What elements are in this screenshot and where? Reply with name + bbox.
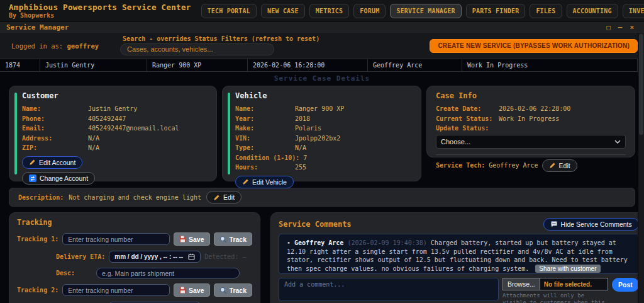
tracking-title: Tracking: [17, 218, 252, 227]
tracking-2-row: Tracking 2: Save Track: [17, 283, 252, 297]
search-input[interactable]: [120, 43, 274, 55]
attachment-area: Browse... No file selected. Attachments …: [502, 278, 608, 303]
pencil-icon: [549, 162, 556, 169]
swap-icon: [29, 174, 36, 182]
browse-button[interactable]: Browse...: [503, 278, 540, 290]
attachment-note: Attachments will only be visible to cust…: [502, 292, 608, 303]
case-vehicle-cell: Ranger 900 XP: [147, 59, 248, 71]
share-with-customer-button[interactable]: Share with customer: [535, 265, 600, 273]
create-new-service-button[interactable]: CREATE NEW SERVICE (BYPASSES WORK AUTHOR…: [430, 39, 638, 53]
description-label: Description:: [18, 194, 64, 201]
customer-field-row: Address:N/A: [22, 134, 209, 144]
tracking-2-save-button[interactable]: Save: [174, 283, 210, 297]
tracking-2-track-button[interactable]: Track: [214, 283, 252, 297]
nav-accounting[interactable]: ACCOUNTING: [567, 4, 618, 18]
service-manager-window: Amphibious Powersports Service Center By…: [0, 0, 644, 303]
case-table-row[interactable]: 1874 Justin Gentry Ranger 900 XP 2026-02…: [0, 59, 638, 72]
vertical-scrollbar[interactable]: [638, 33, 644, 303]
vehicle-field-row: Year:2018: [235, 114, 413, 124]
customer-accent-bar: [14, 93, 17, 174]
edit-description-button[interactable]: Edit: [206, 191, 242, 203]
customer-field-row: Email:4052492447@noemail.local: [22, 123, 209, 134]
app-subtitle: By Shopwerks: [9, 12, 191, 19]
customer-field-row: Name:Justin Gentry: [22, 104, 209, 114]
nav-tech-portal[interactable]: TECH PORTAL: [201, 4, 257, 18]
search-icon: [219, 287, 227, 294]
vehicle-field-row: Type:N/A: [235, 143, 413, 153]
tracking-2-input[interactable]: [62, 284, 170, 296]
nav-parts-finder[interactable]: PARTS FINDER: [466, 4, 526, 18]
vehicle-field-row: Name:Ranger 900 XP: [235, 104, 413, 114]
pencil-icon: [213, 194, 220, 201]
chat-bubble-icon: [550, 220, 558, 228]
save-icon: [179, 236, 186, 243]
tracking-1-input[interactable]: [62, 233, 170, 245]
customer-field-row: ZIP:N/A: [22, 143, 209, 153]
comments-header: Service Comments Hide Service Comments: [279, 218, 639, 231]
case-info-field-row: Create Date:2026-02-06 22:28:00: [436, 104, 626, 114]
vehicle-field-row: VIN:Jpolpp202bx2: [235, 134, 413, 144]
minimize-icon[interactable]: –: [618, 24, 623, 31]
nav-metrics[interactable]: METRICS: [309, 4, 350, 18]
bottom-row: Tracking Tracking 1: Save Track Delivery…: [9, 212, 635, 303]
description-value: Not charging and check engine light: [69, 194, 201, 201]
nav-inventory[interactable]: INVENTORY: [623, 4, 644, 18]
calendar-icon: [188, 253, 195, 260]
maximize-icon[interactable]: □: [606, 24, 611, 31]
vehicle-accent-bar: [228, 93, 230, 174]
hide-comments-button[interactable]: Hide Service Comments: [543, 218, 639, 231]
edit-vehicle-button[interactable]: Edit Vehicle: [235, 176, 294, 188]
comments-list: • Geoffrey Arce (2026-02-09 19:40:38) Ch…: [279, 234, 639, 274]
service-tech-row: Service Tech: Geoffrey Arce Edit: [436, 159, 626, 172]
case-tech-cell: Geoffrey Arce: [368, 59, 462, 71]
app-title: Amphibious Powersports Service Center: [9, 3, 191, 12]
brand: Amphibious Powersports Service Center By…: [9, 3, 191, 19]
main-nav: TECH PORTAL NEW CASE METRICS FORUM SERVI…: [201, 4, 644, 18]
vehicle-field-row: Condition (1-10):7: [235, 153, 413, 163]
customer-panel-title: Customer: [22, 91, 209, 100]
search-area: Search - overrides Status Filters (refre…: [120, 37, 319, 55]
logged-in-label: Logged in as: geoffrey: [11, 42, 99, 50]
comment-input[interactable]: [279, 278, 499, 301]
nav-files[interactable]: FILES: [530, 4, 562, 18]
nav-new-case[interactable]: NEW CASE: [261, 4, 305, 18]
pencil-icon: [29, 159, 36, 166]
update-status-label: Update Status:: [436, 123, 626, 134]
status-select[interactable]: Choose...: [436, 135, 626, 149]
tracking-panel: Tracking Tracking 1: Save Track Delivery…: [9, 212, 260, 303]
nav-service-manager[interactable]: SERVICE MANAGER: [390, 4, 461, 18]
tracking-1-desc-row: Desc:: [56, 268, 252, 278]
tracking-1-save-button[interactable]: Save: [174, 232, 210, 246]
nav-forum[interactable]: FORUM: [353, 4, 386, 18]
change-account-button[interactable]: Change Account: [22, 172, 95, 185]
case-customer-cell: Justin Gentry: [40, 59, 147, 71]
section-title: Service Case Details: [0, 72, 644, 84]
comment-item: • Geoffrey Arce (2026-02-09 19:40:38) Ch…: [287, 239, 631, 273]
edit-account-button[interactable]: Edit Account: [22, 156, 82, 169]
case-date-cell: 2026-02-06 16:28:00: [248, 59, 368, 71]
page-title: Service Manager: [6, 23, 69, 31]
tracking-1-row: Tracking 1: Save Track: [17, 232, 252, 246]
toolbar: Logged in as: geoffrey Search - override…: [0, 32, 644, 59]
comment-timestamp: (2026-02-09 19:40:38): [347, 239, 426, 246]
tracking-1-track-button[interactable]: Track: [214, 232, 252, 246]
post-button[interactable]: Post: [612, 278, 639, 292]
comments-title: Service Comments: [279, 220, 352, 229]
file-input[interactable]: Browse... No file selected.: [502, 278, 608, 290]
vehicle-field-row: Hours:255: [235, 163, 413, 173]
tracking-1-desc-input[interactable]: [96, 268, 240, 278]
comment-author: Geoffrey Arce: [294, 239, 343, 246]
divider: [436, 154, 626, 155]
case-info-panel: Case Info Create Date:2026-02-06 22:28:0…: [426, 86, 635, 157]
tracking-1-eta-input[interactable]: mm / dd / yyyy , -- : -- --: [109, 251, 201, 263]
titlebar: Service Manager □ – ×: [0, 21, 644, 32]
case-info-panel-title: Case Info: [436, 91, 626, 100]
customer-panel: Customer Name:Justin Gentry Phone:405249…: [9, 86, 217, 181]
scrollbar-thumb[interactable]: [639, 34, 643, 135]
case-id-cell: 1874: [0, 59, 40, 71]
logged-in-user: geoffrey: [67, 42, 99, 50]
customer-field-row: Phone:4052492447: [22, 114, 209, 124]
close-icon[interactable]: ×: [630, 24, 634, 31]
service-comments-panel: Service Comments Hide Service Comments •…: [270, 212, 644, 303]
edit-tech-button[interactable]: Edit: [542, 159, 577, 172]
